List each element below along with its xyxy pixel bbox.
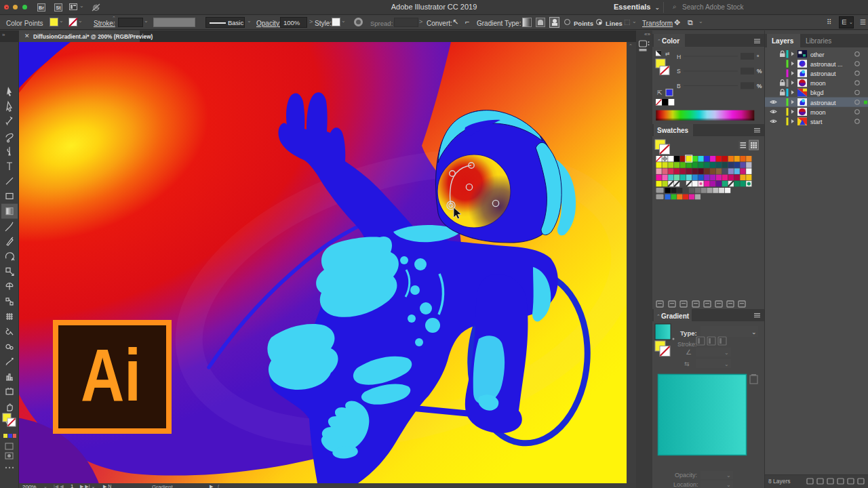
svg-text:moon: moon: [810, 109, 826, 116]
svg-text:astronaut: astronaut: [810, 100, 836, 106]
svg-text:B: B: [677, 83, 681, 89]
svg-text:Gradient: Gradient: [661, 312, 690, 320]
svg-text:⌄: ⌄: [724, 350, 729, 356]
svg-text:Layers: Layers: [772, 37, 794, 45]
svg-text:⇱: ⇱: [657, 89, 663, 96]
svg-text:∠: ∠: [686, 348, 692, 356]
svg-text:«»: «»: [644, 31, 650, 37]
svg-text:Ai: Ai: [81, 333, 141, 416]
svg-text:Color: Color: [662, 37, 679, 45]
svg-text:⌄: ⌄: [751, 329, 757, 336]
svg-text:other: other: [810, 52, 825, 58]
svg-text:Type:: Type:: [680, 329, 697, 337]
svg-text:bkgd: bkgd: [810, 89, 824, 96]
svg-text:⇄: ⇄: [665, 51, 670, 57]
svg-text:H: H: [677, 54, 681, 60]
svg-text:⌄: ⌄: [726, 472, 731, 479]
svg-text:%: %: [757, 68, 762, 75]
svg-text:%: %: [757, 83, 762, 89]
svg-text:°: °: [757, 54, 760, 60]
svg-text:⌃: ⌃: [657, 39, 661, 43]
svg-text:⌄: ⌄: [726, 482, 731, 488]
svg-text:Location:: Location:: [673, 481, 698, 488]
svg-text:⌄: ⌄: [724, 361, 729, 367]
svg-text:start: start: [810, 119, 823, 125]
svg-text:astronaut ...: astronaut ...: [810, 61, 843, 68]
svg-text:⌃: ⌃: [656, 314, 660, 319]
svg-text:moon: moon: [810, 80, 826, 87]
svg-text:8 Layers: 8 Layers: [768, 478, 791, 485]
svg-text:Opacity:: Opacity:: [675, 472, 697, 479]
svg-text:Libraries: Libraries: [806, 37, 831, 45]
svg-text:⇆: ⇆: [684, 361, 690, 367]
svg-text:astronaut: astronaut: [810, 70, 836, 77]
svg-text:S: S: [677, 68, 681, 75]
svg-text:Swatches: Swatches: [657, 127, 689, 134]
svg-text:Stroke:: Stroke:: [677, 341, 697, 348]
